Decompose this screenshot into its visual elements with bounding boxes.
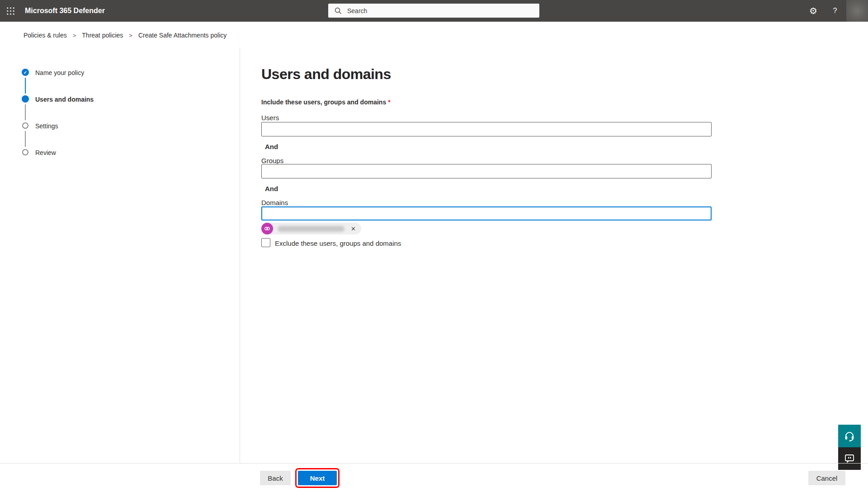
domain-chip-redacted-text xyxy=(278,226,344,232)
step-current-dot[interactable] xyxy=(22,95,29,103)
step-connector-3 xyxy=(25,131,26,147)
footer-divider xyxy=(0,463,868,464)
help-icon[interactable]: ? xyxy=(824,0,846,22)
back-button[interactable]: Back xyxy=(260,471,291,485)
search-placeholder: Search xyxy=(347,7,367,14)
exclude-checkbox[interactable] xyxy=(261,238,270,247)
wizard-step-name-your-policy[interactable]: Name your policy xyxy=(35,69,84,76)
breadcrumb-policies-rules[interactable]: Policies & rules xyxy=(24,32,67,39)
chip-remove-icon[interactable]: ✕ xyxy=(351,225,356,232)
app-launcher-waffle-icon[interactable] xyxy=(0,0,21,22)
cancel-button[interactable]: Cancel xyxy=(808,471,845,485)
wizard-step-settings[interactable]: Settings xyxy=(35,122,58,130)
app-title: Microsoft 365 Defender xyxy=(25,0,105,22)
breadcrumb-separator-icon: > xyxy=(129,32,132,39)
domains-field-label: Domains xyxy=(261,199,288,206)
domain-chip[interactable]: ✕ xyxy=(261,223,361,234)
search-icon xyxy=(335,7,342,14)
users-field-label: Users xyxy=(261,114,279,122)
top-app-bar: Microsoft 365 Defender Search ⚙ ? xyxy=(0,0,868,22)
step-review-circle[interactable] xyxy=(22,149,28,155)
next-button[interactable]: Next xyxy=(298,471,337,485)
link-icon xyxy=(264,225,270,232)
next-button-focus-ring: Next xyxy=(295,468,340,488)
groups-field-label: Groups xyxy=(261,157,283,164)
wizard-step-users-and-domains[interactable]: Users and domains xyxy=(35,96,94,103)
step-connector-1 xyxy=(25,78,26,94)
support-headset-button[interactable] xyxy=(838,425,861,447)
domain-chip-avatar xyxy=(261,223,273,234)
groups-input[interactable] xyxy=(261,164,712,178)
step-connector-2 xyxy=(25,104,26,120)
domains-input[interactable] xyxy=(261,206,712,220)
content-vertical-divider xyxy=(240,47,240,463)
required-asterisk: * xyxy=(388,98,390,106)
users-input[interactable] xyxy=(261,122,712,136)
include-section-label: Include these users, groups and domains* xyxy=(261,98,391,106)
exclude-checkbox-label: Exclude these users, groups and domains xyxy=(275,239,401,247)
and-label-1: And xyxy=(265,143,278,150)
breadcrumb-threat-policies[interactable]: Threat policies xyxy=(82,32,123,39)
settings-gear-icon[interactable]: ⚙ xyxy=(802,0,824,22)
check-glyph: ✓ xyxy=(24,70,27,75)
wizard-step-review[interactable]: Review xyxy=(35,149,56,156)
breadcrumb: Policies & rules > Threat policies > Cre… xyxy=(24,32,226,39)
breadcrumb-separator-icon: > xyxy=(73,32,76,39)
include-label-text: Include these users, groups and domains xyxy=(261,98,386,106)
step-settings-circle[interactable] xyxy=(22,122,28,129)
headset-icon xyxy=(844,430,855,442)
feedback-button[interactable] xyxy=(838,447,861,470)
breadcrumb-current-page: Create Safe Attachments policy xyxy=(138,32,226,39)
account-avatar[interactable] xyxy=(846,0,868,22)
search-input[interactable]: Search xyxy=(328,4,539,18)
step-complete-check-icon[interactable]: ✓ xyxy=(22,69,29,76)
page-title: Users and domains xyxy=(261,66,391,83)
and-label-2: And xyxy=(265,185,278,192)
